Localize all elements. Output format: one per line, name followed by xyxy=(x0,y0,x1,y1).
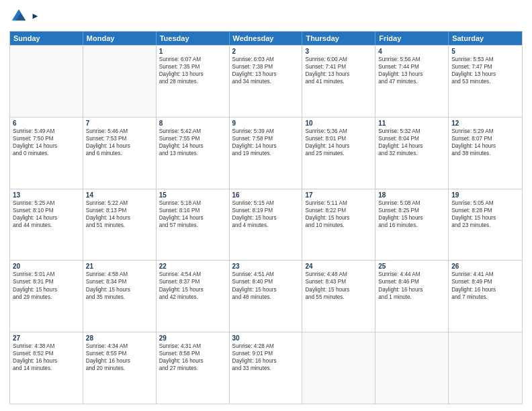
calendar-cell-3-3: 15Sunrise: 5:18 AMSunset: 8:16 PMDayligh… xyxy=(157,189,230,261)
day-number: 4 xyxy=(378,48,445,55)
header-day-wednesday: Wednesday xyxy=(230,32,303,45)
calendar-cell-1-2 xyxy=(83,46,157,117)
calendar-cell-1-5: 3Sunrise: 6:00 AMSunset: 7:41 PMDaylight… xyxy=(302,46,375,117)
cell-line: Daylight: 13 hours xyxy=(305,71,372,78)
cell-line: Sunset: 7:44 PM xyxy=(378,63,445,71)
calendar-cell-4-3: 22Sunrise: 4:54 AMSunset: 8:37 PMDayligh… xyxy=(157,261,230,332)
calendar-cell-1-7: 5Sunrise: 5:53 AMSunset: 7:47 PMDaylight… xyxy=(449,46,522,117)
day-number: 12 xyxy=(451,120,519,127)
cell-line: Sunset: 9:01 PM xyxy=(232,350,300,357)
calendar-cell-3-7: 19Sunrise: 5:05 AMSunset: 8:28 PMDayligh… xyxy=(449,189,522,261)
cell-line: and 42 minutes. xyxy=(159,293,226,301)
calendar-cell-2-7: 12Sunrise: 5:29 AMSunset: 8:07 PMDayligh… xyxy=(449,118,522,189)
day-number: 3 xyxy=(305,48,372,55)
cell-line: Sunset: 7:38 PM xyxy=(232,63,300,71)
cell-line: Sunset: 8:52 PM xyxy=(13,350,80,357)
cell-line: Daylight: 16 hours xyxy=(232,357,300,365)
cell-line: Sunrise: 5:15 AM xyxy=(232,199,300,207)
cell-line: and 14 minutes. xyxy=(13,365,80,372)
cell-line: Daylight: 14 hours xyxy=(86,214,153,222)
cell-line: Sunset: 7:35 PM xyxy=(159,63,226,71)
page: ► SundayMondayTuesdayWednesdayThursdayFr… xyxy=(0,0,532,411)
cell-line: Sunset: 7:41 PM xyxy=(305,63,372,71)
calendar-cell-2-2: 7Sunrise: 5:46 AMSunset: 7:53 PMDaylight… xyxy=(83,118,157,189)
cell-line: Sunrise: 4:58 AM xyxy=(86,271,153,278)
day-number: 2 xyxy=(232,48,300,55)
calendar-cell-5-1: 27Sunrise: 4:38 AMSunset: 8:52 PMDayligh… xyxy=(10,332,83,404)
calendar-cell-5-2: 28Sunrise: 4:34 AMSunset: 8:55 PMDayligh… xyxy=(83,332,157,404)
cell-line: Sunrise: 4:51 AM xyxy=(232,271,300,278)
header: ► xyxy=(9,7,523,26)
cell-line: Sunrise: 5:05 AM xyxy=(451,199,519,207)
cell-line: Sunrise: 5:53 AM xyxy=(451,56,519,63)
cell-line: and 4 minutes. xyxy=(232,222,300,229)
calendar-week-1: 1Sunrise: 6:07 AMSunset: 7:35 PMDaylight… xyxy=(10,45,522,117)
cell-line: Daylight: 14 hours xyxy=(232,142,300,150)
logo-text: ► xyxy=(31,11,40,21)
day-number: 17 xyxy=(305,191,372,199)
cell-line: Daylight: 15 hours xyxy=(159,286,226,293)
cell-line: Sunrise: 5:25 AM xyxy=(13,199,80,207)
calendar-week-5: 27Sunrise: 4:38 AMSunset: 8:52 PMDayligh… xyxy=(10,332,522,404)
day-number: 21 xyxy=(86,263,153,270)
calendar-cell-4-6: 25Sunrise: 4:44 AMSunset: 8:46 PMDayligh… xyxy=(375,261,449,332)
cell-line: Sunset: 8:31 PM xyxy=(13,278,80,285)
cell-line: Daylight: 15 hours xyxy=(86,286,153,293)
day-number: 18 xyxy=(378,191,445,199)
calendar-cell-5-7 xyxy=(449,332,522,404)
cell-line: Sunset: 7:47 PM xyxy=(451,63,519,71)
calendar-cell-3-1: 13Sunrise: 5:25 AMSunset: 8:10 PMDayligh… xyxy=(10,189,83,261)
cell-line: Daylight: 14 hours xyxy=(86,142,153,150)
day-number: 1 xyxy=(159,48,226,55)
cell-line: Sunrise: 5:56 AM xyxy=(378,56,445,63)
day-number: 24 xyxy=(305,263,372,270)
header-day-monday: Monday xyxy=(83,32,157,45)
calendar-cell-1-3: 1Sunrise: 6:07 AMSunset: 7:35 PMDaylight… xyxy=(157,46,230,117)
cell-line: and 20 minutes. xyxy=(86,365,153,372)
cell-line: Daylight: 15 hours xyxy=(378,214,445,222)
cell-line: and 35 minutes. xyxy=(86,293,153,301)
calendar: SundayMondayTuesdayWednesdayThursdayFrid… xyxy=(9,31,523,404)
calendar-cell-4-4: 23Sunrise: 4:51 AMSunset: 8:40 PMDayligh… xyxy=(230,261,303,332)
cell-line: Sunset: 8:43 PM xyxy=(305,278,372,285)
cell-line: and 51 minutes. xyxy=(86,222,153,229)
calendar-cell-3-5: 17Sunrise: 5:11 AMSunset: 8:22 PMDayligh… xyxy=(302,189,375,261)
cell-line: and 25 minutes. xyxy=(305,150,372,157)
calendar-cell-3-4: 16Sunrise: 5:15 AMSunset: 8:19 PMDayligh… xyxy=(230,189,303,261)
cell-line: and 6 minutes. xyxy=(86,150,153,157)
cell-line: and 32 minutes. xyxy=(378,150,445,157)
cell-line: and 41 minutes. xyxy=(305,78,372,85)
cell-line: Sunrise: 4:44 AM xyxy=(378,271,445,278)
cell-line: Sunset: 8:10 PM xyxy=(13,207,80,214)
day-number: 27 xyxy=(13,334,80,342)
calendar-cell-3-2: 14Sunrise: 5:22 AMSunset: 8:13 PMDayligh… xyxy=(83,189,157,261)
day-number: 11 xyxy=(378,120,445,127)
cell-line: Sunset: 8:22 PM xyxy=(305,207,372,214)
calendar-cell-2-3: 8Sunrise: 5:42 AMSunset: 7:55 PMDaylight… xyxy=(157,118,230,189)
cell-line: Sunrise: 4:54 AM xyxy=(159,271,226,278)
cell-line: and 23 minutes. xyxy=(451,222,519,229)
header-day-tuesday: Tuesday xyxy=(157,32,230,45)
cell-line: Daylight: 16 hours xyxy=(159,357,226,365)
cell-line: Sunrise: 6:00 AM xyxy=(305,56,372,63)
day-number: 6 xyxy=(13,120,80,127)
day-number: 10 xyxy=(305,120,372,127)
calendar-cell-3-6: 18Sunrise: 5:08 AMSunset: 8:25 PMDayligh… xyxy=(375,189,449,261)
cell-line: Sunrise: 4:48 AM xyxy=(305,271,372,278)
cell-line: Daylight: 15 hours xyxy=(451,214,519,222)
cell-line: Sunset: 8:19 PM xyxy=(232,207,300,214)
cell-line: Sunrise: 5:08 AM xyxy=(378,199,445,207)
day-number: 7 xyxy=(86,120,153,127)
cell-line: Sunset: 8:04 PM xyxy=(378,135,445,142)
calendar-cell-2-6: 11Sunrise: 5:32 AMSunset: 8:04 PMDayligh… xyxy=(375,118,449,189)
cell-line: and 1 minute. xyxy=(378,293,445,301)
cell-line: Sunrise: 5:42 AM xyxy=(159,128,226,135)
cell-line: Sunrise: 5:32 AM xyxy=(378,128,445,135)
cell-line: and 19 minutes. xyxy=(232,150,300,157)
cell-line: Sunrise: 4:34 AM xyxy=(86,342,153,350)
cell-line: Sunset: 7:53 PM xyxy=(86,135,153,142)
cell-line: Daylight: 16 hours xyxy=(86,357,153,365)
calendar-cell-2-5: 10Sunrise: 5:36 AMSunset: 8:01 PMDayligh… xyxy=(302,118,375,189)
cell-line: and 38 minutes. xyxy=(451,150,519,157)
header-day-thursday: Thursday xyxy=(302,32,375,45)
